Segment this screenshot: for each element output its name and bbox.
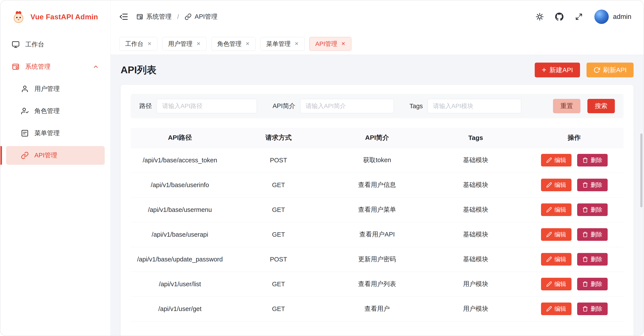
tab-users[interactable]: 用户管理 ✕ <box>162 37 206 51</box>
user-menu[interactable]: admin <box>594 9 631 24</box>
fullscreen-button[interactable] <box>575 12 583 21</box>
breadcrumb-item-api[interactable]: API管理 <box>184 12 218 21</box>
main-area: 系统管理 / API管理 <box>110 0 644 336</box>
page-header: API列表 + 新建API 刷新API <box>110 55 644 83</box>
close-icon[interactable]: ✕ <box>196 41 200 46</box>
trash-icon <box>582 182 588 188</box>
pencil-icon <box>546 207 552 212</box>
tab-menus[interactable]: 菜单管理 ✕ <box>260 37 304 51</box>
create-api-button[interactable]: + 新建API <box>535 63 580 77</box>
theme-toggle-button[interactable] <box>536 12 544 21</box>
github-button[interactable] <box>555 12 564 21</box>
breadcrumb-item-system[interactable]: 系统管理 <box>136 12 172 21</box>
breadcrumb-label: 系统管理 <box>146 12 172 21</box>
cell-path: /api/v1/base/access_token <box>131 148 229 172</box>
close-icon[interactable]: ✕ <box>148 41 152 46</box>
table-header-row: API路径 请求方式 API简介 Tags 操作 <box>131 128 624 148</box>
edit-button[interactable]: 编辑 <box>541 228 572 241</box>
breadcrumb-separator: / <box>177 13 179 20</box>
tags-label: Tags <box>410 103 423 110</box>
app-logo[interactable]: Vue FastAPI Admin <box>0 0 110 33</box>
row-actions: 编辑 删除 <box>525 154 624 167</box>
filter-path-group: 路径 <box>139 99 257 113</box>
summary-input[interactable] <box>300 99 394 113</box>
sidebar-item-menus[interactable]: 菜单管理 <box>6 124 105 143</box>
trash-icon <box>582 256 588 262</box>
row-actions: 编辑 删除 <box>525 253 624 266</box>
delete-label: 删除 <box>591 181 602 189</box>
refresh-api-button[interactable]: 刷新API <box>586 63 634 77</box>
page-header-actions: + 新建API 刷新API <box>535 63 634 77</box>
cell-method: POST <box>229 148 328 172</box>
sidebar-item-users[interactable]: 用户管理 <box>6 80 105 98</box>
edit-button[interactable]: 编辑 <box>541 154 572 167</box>
collapse-sidebar-button[interactable] <box>119 12 128 21</box>
delete-button[interactable]: 删除 <box>577 203 608 216</box>
edit-button[interactable]: 编辑 <box>541 179 572 191</box>
tab-roles[interactable]: 角色管理 ✕ <box>212 37 256 51</box>
edit-button[interactable]: 编辑 <box>541 303 572 315</box>
role-icon <box>21 107 29 115</box>
delete-button[interactable]: 删除 <box>577 154 608 167</box>
edit-label: 编辑 <box>554 181 566 189</box>
edit-button[interactable]: 编辑 <box>541 253 572 266</box>
sidebar-item-label: 用户管理 <box>34 85 60 93</box>
sun-icon <box>536 12 544 21</box>
pencil-icon <box>546 232 552 237</box>
sidebar-item-workbench[interactable]: 工作台 <box>6 35 105 54</box>
plus-icon: + <box>542 66 546 74</box>
delete-label: 删除 <box>591 156 602 164</box>
sidebar-item-system[interactable]: 系统管理 <box>6 57 105 76</box>
refresh-api-label: 刷新API <box>603 66 626 75</box>
delete-label: 删除 <box>591 305 602 313</box>
close-icon[interactable]: ✕ <box>341 41 345 46</box>
edit-button[interactable]: 编辑 <box>541 203 572 216</box>
filter-tags-group: Tags <box>410 99 521 113</box>
search-button[interactable]: 搜索 <box>588 99 615 113</box>
github-icon <box>555 12 564 21</box>
tab-label: 菜单管理 <box>266 40 291 48</box>
edit-button[interactable]: 编辑 <box>541 278 572 290</box>
cell-summary: 查看用户API <box>328 222 426 247</box>
path-input[interactable] <box>157 99 257 113</box>
tags-input[interactable] <box>428 99 521 113</box>
delete-button[interactable]: 删除 <box>577 278 608 290</box>
cell-method: POST <box>229 247 328 272</box>
reset-button[interactable]: 重置 <box>553 99 580 113</box>
pencil-icon <box>546 256 552 262</box>
column-header-path: API路径 <box>131 128 229 148</box>
tab-api[interactable]: API管理 ✕ <box>309 37 351 51</box>
close-icon[interactable]: ✕ <box>294 41 299 46</box>
menu-list-icon <box>21 129 29 137</box>
delete-button[interactable]: 删除 <box>577 228 608 241</box>
avatar <box>594 9 609 24</box>
column-header-tags: Tags <box>426 128 525 148</box>
vertical-scrollbar[interactable] <box>640 134 642 207</box>
api-link-icon <box>21 152 29 159</box>
column-header-method: 请求方式 <box>229 128 328 148</box>
sidebar-item-api[interactable]: API管理 <box>6 146 105 165</box>
cell-tags: 用户模块 <box>426 272 525 297</box>
delete-button[interactable]: 删除 <box>577 253 608 266</box>
edit-label: 编辑 <box>554 255 566 263</box>
cell-path: /api/v1/base/update_password <box>131 247 229 272</box>
delete-button[interactable]: 删除 <box>577 303 608 315</box>
close-icon[interactable]: ✕ <box>246 41 250 46</box>
tab-workbench[interactable]: 工作台 ✕ <box>119 37 158 51</box>
fullscreen-icon <box>575 12 583 21</box>
cell-tags: 基础模块 <box>426 197 525 222</box>
cell-method: GET <box>229 222 328 247</box>
cell-path: /api/v1/base/userinfo <box>131 172 229 197</box>
row-actions: 编辑 删除 <box>525 179 624 191</box>
table-row: /api/v1/base/update_password POST 更新用户密码… <box>131 247 624 272</box>
sidebar-item-label: 角色管理 <box>34 107 60 115</box>
cell-summary: 查看用户菜单 <box>328 197 426 222</box>
system-management-icon <box>136 13 143 20</box>
api-list-card: 路径 API简介 Tags 重置 搜索 <box>120 85 634 336</box>
edit-label: 编辑 <box>554 156 566 164</box>
delete-button[interactable]: 删除 <box>577 179 608 191</box>
cell-tags: 基础模块 <box>426 222 525 247</box>
summary-label: API简介 <box>272 102 296 110</box>
tab-label: API管理 <box>315 40 337 48</box>
sidebar-item-roles[interactable]: 角色管理 <box>6 102 105 120</box>
